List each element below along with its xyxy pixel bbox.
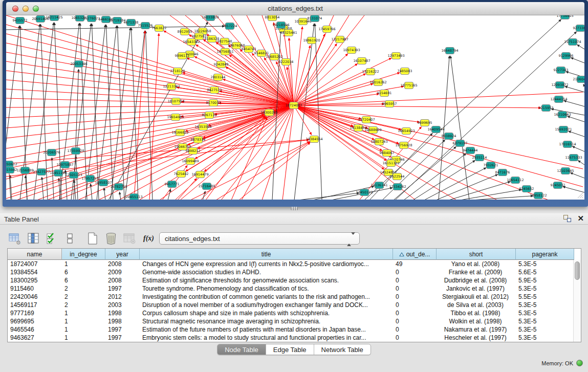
graph-node-label: 16210643 (554, 113, 571, 117)
table-cell: Wolkin et al. (1998) (437, 317, 516, 325)
row-height-icon[interactable] (62, 231, 78, 246)
table-row[interactable]: 969969511998Structural magnetic resonanc… (8, 317, 581, 325)
table-cell: 9115460 (8, 285, 62, 293)
graph-node-label: 6879197 (453, 141, 468, 145)
function-builder-icon[interactable]: f(x) (143, 234, 154, 243)
table-row[interactable]: 1830029562008Estimation of significance … (8, 276, 581, 285)
table-row[interactable]: 977716911998Corpus callosum shape and si… (8, 309, 581, 317)
table-cell: Franke et al. (2009) (437, 268, 516, 276)
graph-node-label: 7932621 (484, 163, 498, 167)
show-column-icon[interactable] (26, 231, 41, 246)
graph-node-label: 7625402 (174, 172, 189, 176)
graph-node-label: 9227343 (554, 68, 569, 72)
table-cell: 2009 (105, 268, 140, 276)
graph-node-label: 20053346 (70, 62, 87, 66)
select-rows-icon[interactable] (44, 231, 59, 246)
graph-node-label: 17957253 (81, 177, 98, 181)
network-view-window: citations_edges.txt 18724007891295518226… (3, 0, 588, 207)
table-cell: 0 (393, 317, 437, 325)
column-header-pagerank[interactable]: pagerank (516, 249, 574, 260)
graph-node-label: 18775165 (400, 83, 417, 87)
table-cell: 19384554 (8, 268, 62, 276)
table-row[interactable]: 911546021997Tourette syndrome. Phenomeno… (8, 285, 581, 293)
table-cell: Jankovic et al. (1997) (437, 285, 516, 293)
column-header-name[interactable]: name (8, 249, 62, 260)
graph-node-label: 2935114 (472, 156, 487, 160)
graph-node-label: 10654112 (507, 178, 524, 182)
new-file-icon[interactable] (85, 231, 100, 246)
table-settings-icon[interactable]: ⚙ (7, 231, 23, 246)
table-cell: 0 (393, 325, 437, 334)
close-panel-icon[interactable]: ✕ (577, 215, 584, 222)
column-header-year[interactable]: year (105, 249, 140, 260)
graph-node-label: 19218596 (272, 23, 289, 27)
graph-node-label: 12450122 (356, 190, 373, 194)
graph-node-label: 8965957 (382, 102, 397, 106)
graph-node-label: 19046758 (174, 145, 191, 149)
table-cell: 18724007 (8, 260, 62, 268)
graph-node-label: 7663822 (152, 26, 167, 30)
tab-network-table[interactable]: Network Table (314, 344, 371, 355)
graph-node-label: 14136141 (371, 183, 387, 187)
table-cell: 22420046 (8, 293, 62, 301)
graph-node-label: 9154691 (377, 91, 392, 95)
table-cell: 0 (393, 293, 437, 301)
delete-table-icon[interactable] (103, 231, 119, 246)
panel-drag-handle[interactable] (291, 207, 298, 210)
table-body: 1872400712008Changes of HCN gene express… (8, 260, 581, 342)
resize-grip-icon[interactable] (576, 191, 583, 199)
table-cell: 49 (393, 260, 437, 268)
table-cell: Tourette syndrome. Phenomenology and cla… (140, 285, 393, 293)
table-cell: 1998 (105, 317, 140, 325)
graph-node-label: 2718120 (170, 69, 185, 73)
graph-node-label: 12217987 (331, 37, 348, 41)
table-select-dropdown[interactable]: citations_edges.txt (159, 232, 360, 245)
table-row[interactable]: 1456911722003Disruption of a novel membe… (8, 301, 581, 309)
graph-node-label: 12973493 (387, 54, 404, 58)
graph-node-label: 15692071 (555, 127, 572, 132)
table-cell: 0 (393, 309, 437, 317)
graph-node-label: 4671338 (124, 20, 139, 25)
graph-node-label: 13216222 (362, 70, 379, 74)
table-cell: Structural magnetic resonance image aver… (140, 317, 393, 325)
graph-node-label: 8222034 (279, 60, 294, 64)
tab-node-table[interactable]: Node Table (217, 344, 266, 355)
table-row[interactable]: 1938455462009Genome-wide association stu… (8, 268, 581, 276)
graph-node-label: 9827548 (217, 39, 232, 43)
float-panel-icon[interactable] (563, 215, 571, 222)
table-cell: Tibbo et al. (1998) (437, 309, 516, 317)
graph-node-label: 9457771 (165, 182, 180, 186)
table-cell: 5.5E-5 (516, 293, 574, 301)
graph-node-label: 17334262 (389, 185, 406, 189)
column-header-title[interactable]: title (140, 249, 393, 260)
network-window-titlebar[interactable]: citations_edges.txt (6, 2, 584, 15)
graph-node-label: 12103645 (557, 169, 574, 173)
scrollbar-thumb[interactable] (575, 261, 580, 280)
table-cell: 1 (62, 325, 105, 334)
table-cell: 0 (393, 268, 437, 276)
graph-node-label: 10974393 (343, 48, 360, 52)
table-row[interactable]: 1872400712008Changes of HCN gene express… (8, 260, 581, 268)
vertical-scrollbar[interactable] (573, 260, 581, 342)
table-cell: 5.3E-5 (516, 317, 574, 325)
graph-node-label: 8813054 (265, 15, 280, 19)
graph-node-label: 16654923 (398, 129, 415, 133)
graph-node-label: 9129966 (559, 54, 574, 58)
graph-node-label: 12093872 (551, 83, 568, 87)
graph-node-label: 21060443 (573, 77, 584, 81)
tab-edge-table[interactable]: Edge Table (266, 344, 314, 355)
table-row[interactable]: 2242004622012Investigating the contribut… (8, 293, 581, 301)
column-header-in-degree[interactable]: in_degree (62, 249, 105, 260)
table-cell: 1 (62, 260, 105, 268)
network-canvas[interactable]: 1872400789129551822605898275031654338281… (6, 15, 584, 200)
table-cell: 5.9E-5 (516, 276, 574, 285)
table-cell: 0 (393, 285, 437, 293)
column-header-out-de-[interactable]: out_de... (393, 249, 437, 260)
graph-node-label: 9498212 (186, 149, 201, 153)
table-row[interactable]: 946362711997Embryonic stem cells: a mode… (8, 334, 581, 342)
table-cell: 6 (62, 276, 105, 285)
graph-node-label: 18226058 (194, 29, 211, 33)
column-header-short[interactable]: short (437, 249, 516, 260)
citation-network-graph[interactable]: 1872400789129551822605898275031654338281… (6, 15, 584, 200)
table-row[interactable]: 946554611997Estimation of the future num… (8, 325, 581, 334)
